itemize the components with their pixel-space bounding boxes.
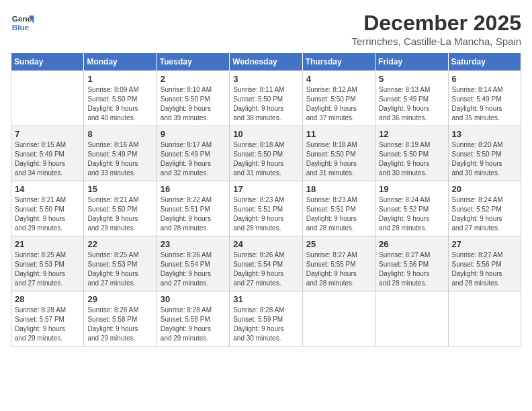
day-info: Sunrise: 8:28 AM Sunset: 5:58 PM Dayligh…: [87, 306, 152, 343]
calendar-cell: 10Sunrise: 8:18 AM Sunset: 5:50 PM Dayli…: [230, 126, 302, 181]
day-number: 28: [15, 294, 80, 304]
day-number: 15: [87, 184, 152, 194]
page-header: General Blue December 2025 Terrinches, C…: [11, 11, 521, 47]
day-number: 26: [379, 239, 444, 249]
day-info: Sunrise: 8:11 AM Sunset: 5:50 PM Dayligh…: [233, 85, 298, 123]
day-number: 10: [233, 129, 298, 139]
day-number: 13: [452, 129, 517, 139]
column-header-sunday: Sunday: [11, 53, 84, 71]
day-number: 25: [306, 239, 371, 249]
calendar-cell: 6Sunrise: 8:14 AM Sunset: 5:49 PM Daylig…: [448, 71, 521, 126]
calendar-cell: 12Sunrise: 8:19 AM Sunset: 5:50 PM Dayli…: [375, 126, 448, 181]
calendar-cell: 4Sunrise: 8:12 AM Sunset: 5:50 PM Daylig…: [302, 71, 375, 126]
day-number: 5: [379, 74, 444, 84]
location-subtitle: Terrinches, Castille-La Mancha, Spain: [351, 36, 521, 47]
column-header-wednesday: Wednesday: [230, 53, 302, 71]
calendar-cell: 20Sunrise: 8:24 AM Sunset: 5:52 PM Dayli…: [448, 181, 521, 236]
day-number: 11: [306, 129, 371, 139]
calendar-cell: 11Sunrise: 8:18 AM Sunset: 5:50 PM Dayli…: [302, 126, 375, 181]
calendar-cell: 17Sunrise: 8:23 AM Sunset: 5:51 PM Dayli…: [230, 181, 302, 236]
day-info: Sunrise: 8:13 AM Sunset: 5:49 PM Dayligh…: [379, 85, 444, 123]
day-number: 18: [306, 184, 371, 194]
day-info: Sunrise: 8:25 AM Sunset: 5:53 PM Dayligh…: [15, 250, 80, 288]
day-info: Sunrise: 8:27 AM Sunset: 5:55 PM Dayligh…: [306, 250, 371, 288]
calendar-cell: 21Sunrise: 8:25 AM Sunset: 5:53 PM Dayli…: [11, 236, 84, 291]
day-info: Sunrise: 8:20 AM Sunset: 5:50 PM Dayligh…: [452, 140, 517, 178]
svg-text:Blue: Blue: [12, 23, 30, 32]
day-info: Sunrise: 8:19 AM Sunset: 5:50 PM Dayligh…: [379, 140, 444, 178]
day-number: 27: [452, 239, 517, 249]
calendar-cell: [302, 291, 375, 347]
calendar-cell: 18Sunrise: 8:23 AM Sunset: 5:51 PM Dayli…: [302, 181, 375, 236]
calendar-cell: 2Sunrise: 8:10 AM Sunset: 5:50 PM Daylig…: [157, 71, 229, 126]
day-info: Sunrise: 8:25 AM Sunset: 5:53 PM Dayligh…: [87, 250, 152, 288]
day-info: Sunrise: 8:10 AM Sunset: 5:50 PM Dayligh…: [161, 85, 226, 123]
calendar-cell: 8Sunrise: 8:16 AM Sunset: 5:49 PM Daylig…: [84, 126, 157, 181]
day-info: Sunrise: 8:22 AM Sunset: 5:51 PM Dayligh…: [161, 195, 226, 233]
calendar-cell: 15Sunrise: 8:21 AM Sunset: 5:50 PM Dayli…: [84, 181, 157, 236]
day-info: Sunrise: 8:14 AM Sunset: 5:49 PM Dayligh…: [452, 85, 517, 123]
title-block: December 2025 Terrinches, Castille-La Ma…: [351, 11, 521, 47]
calendar-cell: 24Sunrise: 8:26 AM Sunset: 5:54 PM Dayli…: [230, 236, 302, 291]
calendar-table: SundayMondayTuesdayWednesdayThursdayFrid…: [11, 52, 521, 347]
column-header-thursday: Thursday: [302, 53, 375, 71]
calendar-cell: 9Sunrise: 8:17 AM Sunset: 5:49 PM Daylig…: [157, 126, 229, 181]
day-number: 2: [161, 74, 226, 84]
day-number: 7: [15, 129, 80, 139]
calendar-cell: 1Sunrise: 8:09 AM Sunset: 5:50 PM Daylig…: [84, 71, 157, 126]
calendar-cell: [448, 291, 521, 347]
day-number: 20: [452, 184, 517, 194]
day-info: Sunrise: 8:15 AM Sunset: 5:49 PM Dayligh…: [15, 140, 80, 178]
day-info: Sunrise: 8:28 AM Sunset: 5:59 PM Dayligh…: [233, 306, 298, 343]
calendar-cell: 16Sunrise: 8:22 AM Sunset: 5:51 PM Dayli…: [157, 181, 229, 236]
day-number: 29: [87, 294, 152, 304]
day-info: Sunrise: 8:23 AM Sunset: 5:51 PM Dayligh…: [233, 195, 298, 233]
calendar-cell: 31Sunrise: 8:28 AM Sunset: 5:59 PM Dayli…: [230, 291, 302, 347]
day-number: 30: [161, 294, 226, 304]
calendar-cell: 14Sunrise: 8:21 AM Sunset: 5:50 PM Dayli…: [11, 181, 84, 236]
calendar-cell: 27Sunrise: 8:27 AM Sunset: 5:56 PM Dayli…: [448, 236, 521, 291]
calendar-cell: 26Sunrise: 8:27 AM Sunset: 5:56 PM Dayli…: [375, 236, 448, 291]
day-info: Sunrise: 8:18 AM Sunset: 5:50 PM Dayligh…: [306, 140, 371, 178]
column-header-friday: Friday: [375, 53, 448, 71]
day-info: Sunrise: 8:21 AM Sunset: 5:50 PM Dayligh…: [15, 195, 80, 233]
day-info: Sunrise: 8:09 AM Sunset: 5:50 PM Dayligh…: [87, 85, 152, 123]
day-info: Sunrise: 8:27 AM Sunset: 5:56 PM Dayligh…: [452, 250, 517, 288]
calendar-cell: 30Sunrise: 8:28 AM Sunset: 5:58 PM Dayli…: [157, 291, 229, 347]
day-info: Sunrise: 8:18 AM Sunset: 5:50 PM Dayligh…: [233, 140, 298, 178]
day-number: 6: [452, 74, 517, 84]
column-header-saturday: Saturday: [448, 53, 521, 71]
column-header-monday: Monday: [84, 53, 157, 71]
day-info: Sunrise: 8:12 AM Sunset: 5:50 PM Dayligh…: [306, 85, 371, 123]
day-info: Sunrise: 8:26 AM Sunset: 5:54 PM Dayligh…: [233, 250, 298, 288]
day-number: 22: [87, 239, 152, 249]
day-info: Sunrise: 8:23 AM Sunset: 5:51 PM Dayligh…: [306, 195, 371, 233]
day-info: Sunrise: 8:24 AM Sunset: 5:52 PM Dayligh…: [379, 195, 444, 233]
logo: General Blue: [11, 11, 35, 35]
calendar-cell: 23Sunrise: 8:26 AM Sunset: 5:54 PM Dayli…: [157, 236, 229, 291]
column-header-tuesday: Tuesday: [157, 53, 229, 71]
day-number: 9: [161, 129, 226, 139]
day-number: 21: [15, 239, 80, 249]
day-number: 19: [379, 184, 444, 194]
calendar-cell: [11, 71, 84, 126]
calendar-cell: 28Sunrise: 8:28 AM Sunset: 5:57 PM Dayli…: [11, 291, 84, 347]
day-info: Sunrise: 8:21 AM Sunset: 5:50 PM Dayligh…: [87, 195, 152, 233]
calendar-cell: 13Sunrise: 8:20 AM Sunset: 5:50 PM Dayli…: [448, 126, 521, 181]
day-info: Sunrise: 8:16 AM Sunset: 5:49 PM Dayligh…: [87, 140, 152, 178]
day-number: 8: [87, 129, 152, 139]
calendar-cell: [375, 291, 448, 347]
day-info: Sunrise: 8:28 AM Sunset: 5:57 PM Dayligh…: [15, 306, 80, 343]
day-info: Sunrise: 8:17 AM Sunset: 5:49 PM Dayligh…: [161, 140, 226, 178]
calendar-cell: 25Sunrise: 8:27 AM Sunset: 5:55 PM Dayli…: [302, 236, 375, 291]
day-number: 17: [233, 184, 298, 194]
day-number: 12: [379, 129, 444, 139]
day-info: Sunrise: 8:26 AM Sunset: 5:54 PM Dayligh…: [161, 250, 226, 288]
day-info: Sunrise: 8:24 AM Sunset: 5:52 PM Dayligh…: [452, 195, 517, 233]
day-info: Sunrise: 8:28 AM Sunset: 5:58 PM Dayligh…: [161, 306, 226, 343]
day-number: 16: [161, 184, 226, 194]
day-number: 14: [15, 184, 80, 194]
calendar-cell: 22Sunrise: 8:25 AM Sunset: 5:53 PM Dayli…: [84, 236, 157, 291]
day-number: 3: [233, 74, 298, 84]
logo-icon: General Blue: [11, 11, 35, 35]
